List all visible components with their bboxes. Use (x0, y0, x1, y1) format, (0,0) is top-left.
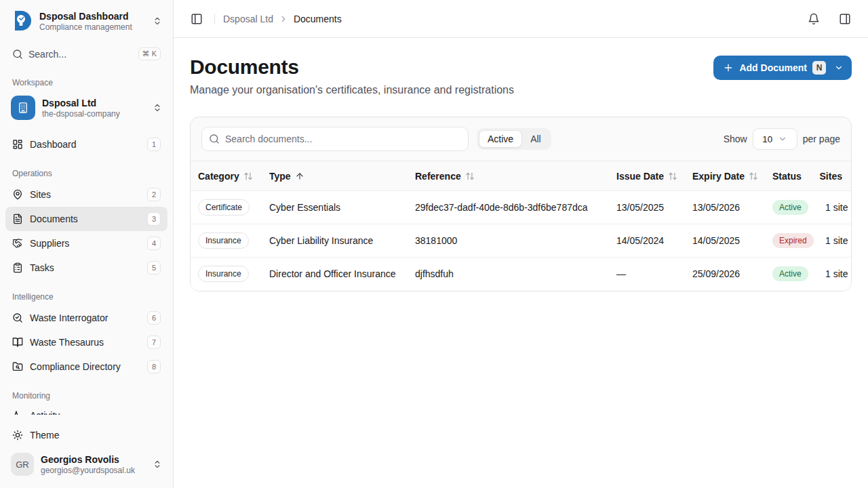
documents-toolbar: Active All Show 10 per page (191, 117, 851, 161)
sidebar-item-label: Waste Thesaurus (30, 337, 140, 348)
nav-badge: 3 (147, 212, 161, 226)
app-subtitle: Compliance management (39, 22, 147, 32)
column-header-issue-date[interactable]: Issue Date (609, 161, 685, 191)
search-check-icon (12, 312, 23, 323)
cell-type: Cyber Essentials (262, 191, 408, 224)
sidebar-item-waste-interrogator[interactable]: Waste Interrogator 6 (5, 306, 167, 330)
breadcrumb: Dsposal Ltd Documents (223, 14, 342, 24)
nav-badge: 5 (147, 261, 161, 274)
dsposal-logo-icon (11, 9, 34, 33)
theme-toggle[interactable]: Theme (5, 423, 167, 447)
sidebar-search[interactable]: Search... ⌘ K (5, 42, 167, 66)
sidebar-item-tasks[interactable]: Tasks 5 (5, 256, 167, 280)
sidebar-item-sites[interactable]: Sites 2 (5, 182, 167, 207)
cell-status: Active (765, 191, 818, 224)
sidebar-item-label: Dashboard (30, 139, 140, 150)
add-document-dropdown[interactable] (834, 63, 844, 73)
nav-badge: 8 (147, 360, 161, 373)
column-header-expiry-date[interactable]: Expiry Date (685, 161, 765, 191)
cell-expiry-date: 13/05/2026 (685, 191, 765, 224)
nav-badge: 2 (147, 188, 161, 201)
filter-active-button[interactable]: Active (479, 130, 522, 148)
chevrons-up-down-icon (153, 460, 162, 469)
bell-icon (808, 13, 820, 25)
arrow-up-down-icon (668, 171, 677, 181)
table-row[interactable]: Insurance Cyber Liability Insurance 3818… (191, 224, 851, 258)
app-switcher[interactable]: Dsposal Dashboard Compliance management (5, 5, 167, 37)
cell-type: Cyber Liability Insurance (262, 224, 408, 258)
cell-reference: djfhsdfuh (408, 258, 609, 291)
search-icon (209, 134, 220, 144)
map-pin-icon (12, 189, 23, 200)
documents-search-input[interactable] (225, 134, 461, 144)
topbar: Dsposal Ltd Documents (174, 0, 868, 38)
cell-category: Insurance (191, 258, 262, 291)
search-shortcut-kbd: ⌘ K (138, 47, 161, 60)
chevron-right-icon (279, 14, 288, 24)
sun-icon (12, 430, 23, 441)
sidebar-item-compliance-directory[interactable]: Compliance Directory 8 (5, 354, 167, 379)
table-row[interactable]: Certificate Cyber Essentials 29fdec37-da… (191, 191, 851, 224)
nav-badge: 4 (147, 237, 161, 250)
filter-all-button[interactable]: All (522, 130, 549, 148)
sidebar-item-label: Compliance Directory (30, 361, 140, 372)
notifications-button[interactable] (804, 9, 823, 28)
filter-toggle-group: Active All (477, 128, 551, 150)
search-icon (12, 49, 23, 60)
cell-expiry-date: 14/05/2025 (685, 224, 765, 258)
panel-left-icon (191, 13, 203, 25)
sidebar-item-activity[interactable]: Activity (5, 405, 167, 415)
page-title: Documents (190, 56, 514, 79)
sidebar-toggle-button[interactable] (187, 9, 206, 28)
sidebar-item-suppliers[interactable]: Suppliers 4 (5, 231, 167, 256)
cell-sites: 1 site (818, 258, 851, 291)
documents-search[interactable] (201, 127, 469, 151)
page-subtitle: Manage your organisation's certificates,… (190, 84, 514, 96)
plus-icon (723, 62, 734, 73)
workspace-switcher[interactable]: Dsposal Ltd the-dsposal-company (5, 92, 167, 124)
arrow-up-down-icon (749, 171, 758, 181)
cell-category: Insurance (191, 224, 262, 258)
status-badge: Expired (772, 233, 814, 248)
nav-badge: 6 (147, 311, 161, 325)
section-label-workspace: Workspace (5, 78, 167, 87)
documents-table: Category Type Reference Issue Date Expir… (191, 161, 851, 291)
right-panel-toggle-button[interactable] (835, 9, 854, 28)
add-document-button[interactable]: Add Document N (713, 56, 852, 80)
page-size-select[interactable]: 10 (753, 128, 797, 150)
page-content: Documents Manage your organisation's cer… (174, 38, 868, 488)
column-header-reference[interactable]: Reference (408, 161, 609, 191)
table-header-row: Category Type Reference Issue Date Expir… (191, 161, 851, 191)
column-header-type[interactable]: Type (262, 161, 408, 191)
sidebar-item-documents[interactable]: Documents 3 (5, 207, 167, 231)
sidebar-item-label: Activity (30, 410, 161, 415)
user-name: Georgios Rovolis (41, 454, 146, 465)
cell-issue-date: — (609, 258, 685, 291)
sidebar-item-dashboard[interactable]: Dashboard 1 (5, 132, 167, 157)
user-menu[interactable]: GR Georgios Rovolis georgios@yourdsposal… (5, 447, 167, 481)
column-header-sites: Sites (818, 161, 851, 191)
breadcrumb-parent[interactable]: Dsposal Ltd (223, 14, 273, 24)
sidebar: Dsposal Dashboard Compliance management … (0, 0, 174, 488)
arrow-up-icon (295, 171, 304, 181)
add-document-shortcut-kbd: N (812, 61, 826, 75)
breadcrumb-current: Documents (294, 14, 342, 24)
clipped-nav-area: Activity (5, 405, 167, 415)
sidebar-item-waste-thesaurus[interactable]: Waste Thesaurus 7 (5, 330, 167, 354)
nav-badge: 7 (147, 336, 161, 349)
nav-badge: 1 (147, 138, 161, 151)
cell-status: Active (765, 258, 818, 291)
column-header-status: Status (765, 161, 818, 191)
cell-status: Expired (765, 224, 818, 258)
column-header-category[interactable]: Category (191, 161, 262, 191)
cell-category: Certificate (191, 191, 262, 224)
sidebar-item-label: Suppliers (30, 238, 140, 249)
sidebar-item-label: Documents (30, 214, 140, 224)
arrow-up-down-icon (243, 171, 253, 181)
table-row[interactable]: Insurance Director and Officer Insurance… (191, 258, 851, 291)
file-text-icon (12, 214, 23, 224)
status-badge: Active (772, 266, 808, 281)
book-open-icon (12, 337, 23, 348)
user-email: georgios@yourdsposal.uk (41, 466, 146, 475)
page-size-value: 10 (762, 134, 772, 144)
